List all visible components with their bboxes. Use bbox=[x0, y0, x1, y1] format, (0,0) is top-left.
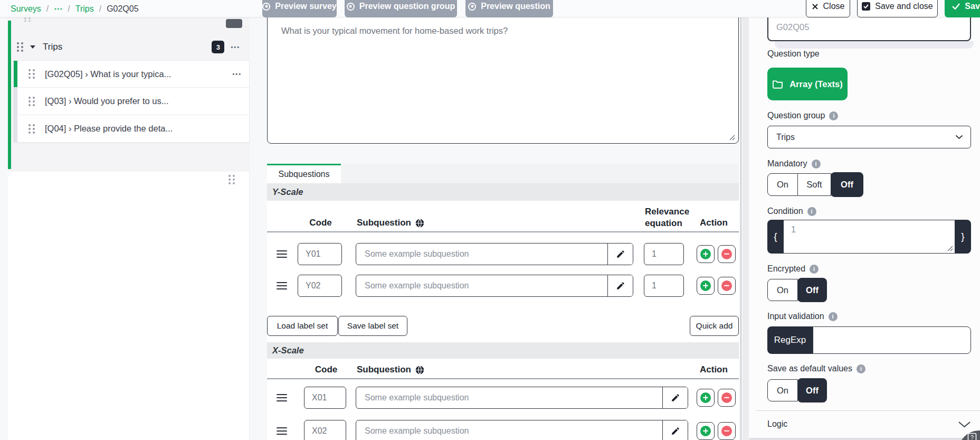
preview-eye-icon bbox=[347, 3, 355, 11]
info-icon[interactable] bbox=[857, 364, 865, 373]
code-input[interactable] bbox=[304, 387, 346, 409]
save-default-label: Save as default values bbox=[767, 364, 865, 373]
info-icon[interactable] bbox=[810, 265, 819, 274]
minus-icon bbox=[721, 249, 732, 259]
scrollbar-track[interactable] bbox=[743, 17, 749, 440]
group-row-trips[interactable]: Trips 3 ••• bbox=[12, 35, 248, 59]
breadcrumb-trips[interactable]: Trips bbox=[75, 4, 94, 14]
question-count-badge: 3 bbox=[212, 41, 224, 53]
remove-row-button[interactable] bbox=[718, 277, 736, 295]
subquestion-input[interactable] bbox=[356, 244, 607, 265]
code-input[interactable] bbox=[298, 243, 342, 265]
info-icon[interactable] bbox=[807, 207, 816, 216]
logic-section-toggle[interactable]: Logic bbox=[767, 416, 971, 432]
row-drag-handle-icon[interactable] bbox=[277, 394, 287, 401]
add-row-button[interactable] bbox=[697, 245, 715, 263]
minus-icon bbox=[721, 392, 732, 403]
remove-row-button[interactable] bbox=[718, 245, 736, 263]
breadcrumb-ellipsis[interactable]: ⋯ bbox=[54, 4, 62, 14]
remove-row-button[interactable] bbox=[718, 422, 736, 440]
save-default-off[interactable]: Off bbox=[797, 378, 827, 402]
chevron-down-icon[interactable] bbox=[30, 45, 35, 49]
mandatory-soft[interactable]: Soft bbox=[798, 173, 831, 196]
save-default-on[interactable]: On bbox=[767, 379, 798, 401]
info-icon[interactable] bbox=[829, 111, 838, 120]
mandatory-off[interactable]: Off bbox=[831, 172, 863, 197]
relevance-equation-input[interactable] bbox=[644, 243, 684, 265]
minus-icon bbox=[721, 280, 732, 291]
tab-subquestions[interactable]: Subquestions bbox=[267, 164, 341, 183]
edit-subquestion-button[interactable] bbox=[607, 275, 633, 296]
condition-textarea[interactable]: 1 bbox=[784, 220, 955, 254]
question-item-q04[interactable]: [Q04] › Please provide the deta... bbox=[13, 115, 250, 143]
regexp-input[interactable] bbox=[813, 326, 971, 354]
column-subquestion: Subquestion bbox=[357, 218, 424, 228]
active-indicator bbox=[14, 61, 17, 87]
encrypted-on[interactable]: On bbox=[767, 279, 798, 301]
subquestion-input[interactable] bbox=[356, 387, 662, 408]
subquestion-input[interactable] bbox=[356, 420, 662, 440]
drag-handle-icon[interactable] bbox=[16, 42, 24, 52]
preview-question-label: Preview question bbox=[481, 2, 550, 11]
plus-icon bbox=[700, 280, 711, 291]
add-row-button[interactable] bbox=[697, 389, 715, 407]
drag-handle-icon[interactable] bbox=[28, 96, 35, 107]
subquestion-input-group bbox=[356, 275, 633, 297]
load-label-set-button[interactable]: Load label set bbox=[267, 316, 338, 336]
pencil-icon bbox=[616, 249, 625, 259]
pencil-icon bbox=[671, 426, 680, 436]
preview-survey-button[interactable]: Preview survey bbox=[262, 0, 337, 17]
subquestion-input-group bbox=[356, 420, 688, 440]
ellipsis-icon[interactable]: ••• bbox=[232, 71, 242, 77]
edit-subquestion-button[interactable] bbox=[662, 420, 688, 440]
resize-grip-icon[interactable] bbox=[729, 135, 735, 141]
quick-add-button[interactable]: Quick add bbox=[690, 316, 739, 336]
encrypted-off[interactable]: Off bbox=[797, 278, 827, 302]
drag-handle-icon[interactable] bbox=[28, 124, 35, 134]
row-drag-handle-icon[interactable] bbox=[277, 250, 287, 258]
question-type-label: Question type bbox=[767, 49, 820, 59]
code-input[interactable] bbox=[304, 420, 346, 440]
edit-subquestion-button[interactable] bbox=[607, 244, 633, 265]
preview-eye-icon bbox=[468, 3, 476, 11]
y-scale-header: Y-Scale bbox=[267, 183, 739, 201]
close-button[interactable]: Close bbox=[806, 0, 850, 17]
remove-row-button[interactable] bbox=[718, 389, 736, 407]
breadcrumb-surveys[interactable]: Surveys bbox=[11, 4, 41, 14]
edit-subquestion-button[interactable] bbox=[662, 387, 688, 408]
resize-grip-icon[interactable] bbox=[947, 246, 953, 251]
add-row-button[interactable] bbox=[697, 277, 715, 295]
preview-question-group-button[interactable]: Preview question group bbox=[345, 0, 457, 17]
info-icon[interactable] bbox=[812, 160, 821, 168]
logic-label: Logic bbox=[767, 419, 787, 429]
row-drag-handle-icon[interactable] bbox=[277, 282, 287, 289]
code-input[interactable] bbox=[298, 275, 342, 297]
panel-resize-handle-icon[interactable] bbox=[227, 174, 236, 185]
subquestion-input-group bbox=[356, 243, 633, 265]
input-validation-label-text: Input validation bbox=[767, 312, 824, 321]
collapsed-group-badge[interactable] bbox=[226, 19, 242, 28]
question-item-g02q05[interactable]: [G02Q05] › What is your typica... ••• bbox=[13, 60, 250, 88]
mandatory-label-text: Mandatory bbox=[767, 159, 807, 168]
subquestion-row-x01 bbox=[267, 383, 739, 412]
question-group-select[interactable]: Trips bbox=[767, 126, 971, 148]
question-type-button[interactable]: Array (Texts) bbox=[767, 68, 848, 100]
row-drag-handle-icon[interactable] bbox=[277, 427, 287, 435]
question-item-q03[interactable]: [Q03] › Would you prefer to us... bbox=[13, 88, 250, 115]
pencil-icon bbox=[671, 393, 680, 402]
condition-input-group: { 1 } bbox=[767, 220, 971, 254]
save-button[interactable]: Save bbox=[945, 0, 980, 17]
preview-question-button[interactable]: Preview question bbox=[465, 0, 553, 17]
question-text-editor[interactable]: What is your typical movement for home-b… bbox=[267, 11, 739, 144]
add-row-button[interactable] bbox=[697, 422, 715, 440]
subquestion-input[interactable] bbox=[356, 275, 607, 296]
svg-text:?: ? bbox=[971, 434, 974, 440]
mandatory-on[interactable]: On bbox=[767, 173, 798, 196]
save-and-close-button[interactable]: Save and close bbox=[857, 0, 938, 17]
ellipsis-icon[interactable]: ••• bbox=[231, 44, 240, 50]
relevance-equation-input[interactable] bbox=[644, 275, 684, 297]
info-icon[interactable] bbox=[829, 312, 838, 321]
drag-handle-icon[interactable] bbox=[28, 69, 35, 79]
save-label-set-button[interactable]: Save label set bbox=[338, 316, 407, 336]
column-action: Action bbox=[700, 364, 728, 375]
